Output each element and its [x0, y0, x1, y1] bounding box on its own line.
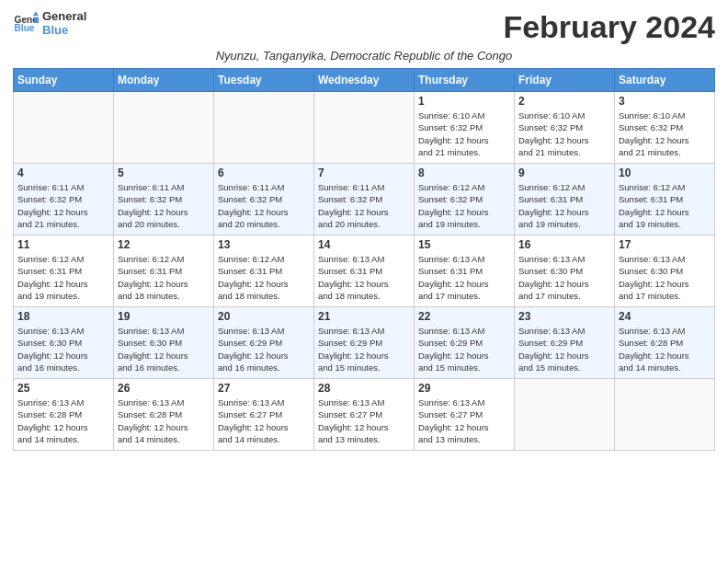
- calendar-cell: 20Sunrise: 6:13 AMSunset: 6:29 PMDayligh…: [214, 307, 314, 379]
- day-number: 13: [218, 238, 310, 251]
- calendar-cell: [214, 92, 314, 164]
- logo: General Blue General Blue: [13, 9, 86, 37]
- day-info: Sunrise: 6:13 AMSunset: 6:27 PMDaylight:…: [418, 396, 510, 445]
- calendar-cell: 3Sunrise: 6:10 AMSunset: 6:32 PMDaylight…: [615, 92, 715, 164]
- week-row-4: 18Sunrise: 6:13 AMSunset: 6:30 PMDayligh…: [14, 307, 715, 379]
- day-info: Sunrise: 6:13 AMSunset: 6:30 PMDaylight:…: [118, 325, 210, 373]
- calendar-cell: 16Sunrise: 6:13 AMSunset: 6:30 PMDayligh…: [515, 236, 615, 307]
- calendar-cell: 2Sunrise: 6:10 AMSunset: 6:32 PMDaylight…: [515, 92, 615, 164]
- calendar-cell: 9Sunrise: 6:12 AMSunset: 6:31 PMDaylight…: [515, 164, 615, 236]
- day-info: Sunrise: 6:12 AMSunset: 6:31 PMDaylight:…: [518, 181, 610, 230]
- day-number: 6: [218, 167, 310, 179]
- calendar-cell: 18Sunrise: 6:13 AMSunset: 6:30 PMDayligh…: [14, 307, 114, 379]
- day-info: Sunrise: 6:13 AMSunset: 6:31 PMDaylight:…: [418, 253, 510, 302]
- day-number: 22: [418, 310, 510, 323]
- day-number: 19: [118, 310, 210, 323]
- day-info: Sunrise: 6:11 AMSunset: 6:32 PMDaylight:…: [17, 181, 109, 230]
- day-header-sunday: Sunday: [14, 69, 114, 92]
- day-info: Sunrise: 6:10 AMSunset: 6:32 PMDaylight:…: [619, 109, 711, 158]
- subtitle: Nyunzu, Tanganyika, Democratic Republic …: [13, 49, 715, 63]
- day-number: 12: [118, 238, 210, 251]
- calendar-cell: 13Sunrise: 6:12 AMSunset: 6:31 PMDayligh…: [214, 236, 314, 307]
- day-info: Sunrise: 6:13 AMSunset: 6:29 PMDaylight:…: [318, 325, 410, 373]
- day-info: Sunrise: 6:13 AMSunset: 6:29 PMDaylight:…: [518, 325, 610, 373]
- day-info: Sunrise: 6:13 AMSunset: 6:28 PMDaylight:…: [619, 325, 711, 373]
- calendar-cell: 17Sunrise: 6:13 AMSunset: 6:30 PMDayligh…: [615, 236, 715, 307]
- calendar-cell: [615, 379, 715, 451]
- day-number: 27: [218, 382, 310, 395]
- calendar-cell: 4Sunrise: 6:11 AMSunset: 6:32 PMDaylight…: [14, 164, 114, 236]
- day-info: Sunrise: 6:12 AMSunset: 6:31 PMDaylight:…: [118, 253, 210, 302]
- day-number: 25: [17, 382, 109, 395]
- calendar-cell: 26Sunrise: 6:13 AMSunset: 6:28 PMDayligh…: [114, 379, 214, 451]
- day-header-wednesday: Wednesday: [314, 69, 415, 92]
- day-number: 26: [118, 382, 210, 395]
- day-header-tuesday: Tuesday: [214, 69, 314, 92]
- calendar-cell: 19Sunrise: 6:13 AMSunset: 6:30 PMDayligh…: [114, 307, 214, 379]
- day-info: Sunrise: 6:13 AMSunset: 6:29 PMDaylight:…: [218, 325, 310, 373]
- day-info: Sunrise: 6:10 AMSunset: 6:32 PMDaylight:…: [518, 109, 610, 158]
- day-info: Sunrise: 6:13 AMSunset: 6:27 PMDaylight:…: [318, 396, 410, 445]
- day-info: Sunrise: 6:13 AMSunset: 6:28 PMDaylight:…: [118, 396, 210, 445]
- day-number: 8: [418, 167, 510, 179]
- day-info: Sunrise: 6:13 AMSunset: 6:27 PMDaylight:…: [218, 396, 310, 445]
- day-number: 23: [518, 310, 610, 323]
- day-number: 28: [318, 382, 410, 395]
- calendar-cell: 15Sunrise: 6:13 AMSunset: 6:31 PMDayligh…: [415, 236, 515, 307]
- day-info: Sunrise: 6:11 AMSunset: 6:32 PMDaylight:…: [218, 181, 310, 230]
- day-info: Sunrise: 6:13 AMSunset: 6:30 PMDaylight:…: [17, 325, 109, 373]
- day-number: 16: [518, 238, 610, 251]
- day-number: 20: [218, 310, 310, 323]
- day-info: Sunrise: 6:12 AMSunset: 6:32 PMDaylight:…: [418, 181, 510, 230]
- day-number: 1: [418, 95, 510, 108]
- calendar-cell: 29Sunrise: 6:13 AMSunset: 6:27 PMDayligh…: [415, 379, 515, 451]
- calendar-cell: 21Sunrise: 6:13 AMSunset: 6:29 PMDayligh…: [314, 307, 415, 379]
- calendar-cell: 27Sunrise: 6:13 AMSunset: 6:27 PMDayligh…: [214, 379, 314, 451]
- calendar-cell: 5Sunrise: 6:11 AMSunset: 6:32 PMDaylight…: [114, 164, 214, 236]
- calendar-cell: 12Sunrise: 6:12 AMSunset: 6:31 PMDayligh…: [114, 236, 214, 307]
- day-number: 9: [518, 167, 610, 179]
- day-number: 24: [619, 310, 711, 323]
- logo-text: General Blue: [42, 9, 86, 37]
- calendar-cell: 1Sunrise: 6:10 AMSunset: 6:32 PMDaylight…: [415, 92, 515, 164]
- calendar-cell: 14Sunrise: 6:13 AMSunset: 6:31 PMDayligh…: [314, 236, 415, 307]
- day-number: 14: [318, 238, 410, 251]
- day-number: 5: [118, 167, 210, 179]
- day-info: Sunrise: 6:10 AMSunset: 6:32 PMDaylight:…: [418, 109, 510, 158]
- day-number: 17: [619, 238, 711, 251]
- day-number: 15: [418, 238, 510, 251]
- week-row-1: 1Sunrise: 6:10 AMSunset: 6:32 PMDaylight…: [14, 92, 715, 164]
- calendar-cell: 23Sunrise: 6:13 AMSunset: 6:29 PMDayligh…: [515, 307, 615, 379]
- week-row-5: 25Sunrise: 6:13 AMSunset: 6:28 PMDayligh…: [14, 379, 715, 451]
- day-info: Sunrise: 6:12 AMSunset: 6:31 PMDaylight:…: [619, 181, 711, 230]
- day-number: 10: [619, 167, 711, 179]
- calendar-cell: 22Sunrise: 6:13 AMSunset: 6:29 PMDayligh…: [415, 307, 515, 379]
- calendar-cell: 28Sunrise: 6:13 AMSunset: 6:27 PMDayligh…: [314, 379, 415, 451]
- calendar-cell: [114, 92, 214, 164]
- day-header-friday: Friday: [515, 69, 615, 92]
- calendar-cell: 7Sunrise: 6:11 AMSunset: 6:32 PMDaylight…: [314, 164, 415, 236]
- calendar-cell: 25Sunrise: 6:13 AMSunset: 6:28 PMDayligh…: [14, 379, 114, 451]
- day-number: 4: [17, 167, 109, 179]
- day-info: Sunrise: 6:11 AMSunset: 6:32 PMDaylight:…: [318, 181, 410, 230]
- day-number: 2: [518, 95, 610, 108]
- day-info: Sunrise: 6:13 AMSunset: 6:30 PMDaylight:…: [619, 253, 711, 302]
- svg-text:Blue: Blue: [15, 23, 35, 33]
- calendar-cell: [14, 92, 114, 164]
- calendar-cell: 10Sunrise: 6:12 AMSunset: 6:31 PMDayligh…: [615, 164, 715, 236]
- calendar-cell: 24Sunrise: 6:13 AMSunset: 6:28 PMDayligh…: [615, 307, 715, 379]
- svg-marker-2: [33, 12, 39, 17]
- day-info: Sunrise: 6:12 AMSunset: 6:31 PMDaylight:…: [17, 253, 109, 302]
- calendar-cell: [515, 379, 615, 451]
- week-row-3: 11Sunrise: 6:12 AMSunset: 6:31 PMDayligh…: [14, 236, 715, 307]
- logo-icon: General Blue: [13, 10, 39, 36]
- month-title: February 2024: [503, 9, 715, 45]
- calendar-cell: 8Sunrise: 6:12 AMSunset: 6:32 PMDaylight…: [415, 164, 515, 236]
- day-info: Sunrise: 6:11 AMSunset: 6:32 PMDaylight:…: [118, 181, 210, 230]
- day-number: 11: [17, 238, 109, 251]
- day-header-saturday: Saturday: [615, 69, 715, 92]
- header: General Blue General Blue February 2024: [13, 9, 715, 45]
- day-info: Sunrise: 6:13 AMSunset: 6:28 PMDaylight:…: [17, 396, 109, 445]
- day-number: 18: [17, 310, 109, 323]
- calendar-header-row: SundayMondayTuesdayWednesdayThursdayFrid…: [14, 69, 715, 92]
